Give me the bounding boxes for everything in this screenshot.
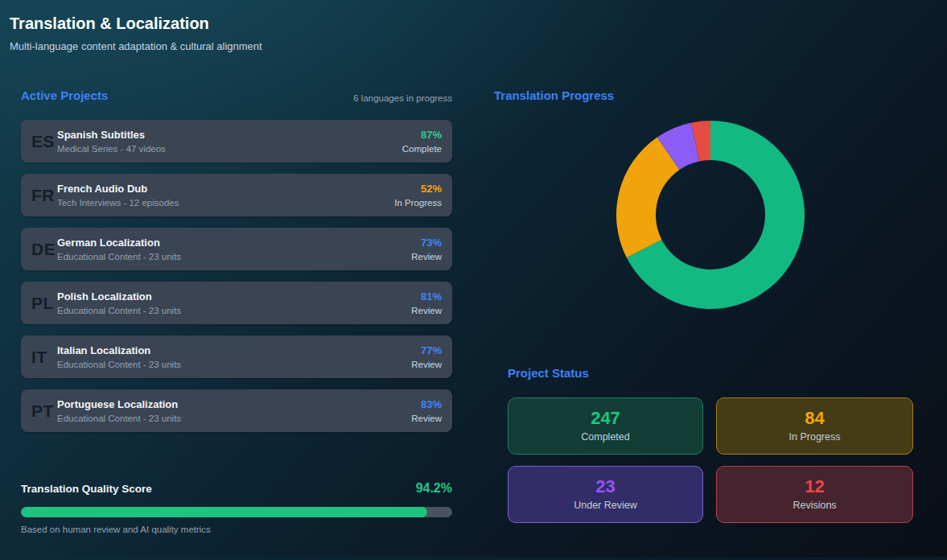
quality-score-note: Based on human review and AI quality met… [21, 525, 452, 534]
project-percent: 81% [411, 290, 442, 303]
status-card[interactable]: 247 Completed [508, 397, 703, 455]
quality-progress-bar [21, 507, 452, 517]
project-card[interactable]: PT Portuguese Localization Educational C… [21, 389, 452, 432]
project-card-main: Portuguese Localization Educational Cont… [57, 398, 181, 423]
project-percent: 83% [411, 398, 442, 410]
active-projects-section: Active Projects 6 languages in progress … [21, 89, 452, 443]
project-title: Polish Localization [57, 290, 181, 303]
status-card-label: Revisions [793, 500, 836, 511]
language-code-badge: IT [31, 348, 56, 367]
project-status-label: Review [411, 306, 442, 315]
project-card-main: German Localization Educational Content … [57, 237, 181, 261]
project-card[interactable]: DE German Localization Educational Conte… [21, 228, 452, 270]
project-title: German Localization [57, 237, 181, 249]
quality-progress-fill [21, 507, 427, 517]
project-subtitle: Educational Content - 23 units [57, 414, 181, 423]
project-card-right: 87% Complete [402, 129, 442, 154]
language-code-badge: FR [31, 186, 56, 205]
quality-score-section: Translation Quality Score 94.2% Based on… [21, 481, 452, 534]
project-card[interactable]: PL Polish Localization Educational Conte… [21, 282, 452, 324]
page-title: Translation & Localization [10, 13, 262, 34]
project-card[interactable]: IT Italian Localization Educational Cont… [21, 336, 452, 378]
status-card-value: 84 [805, 410, 824, 427]
project-status-label: Review [411, 252, 442, 261]
status-card-label: In Progress [789, 431, 841, 443]
status-card-label: Under Review [574, 500, 637, 511]
projects-list: ES Spanish Subtitles Medical Series - 47… [21, 120, 452, 432]
project-card-right: 73% Review [411, 237, 442, 261]
project-percent: 73% [411, 237, 442, 249]
project-card-right: 52% In Progress [394, 183, 442, 208]
project-status-label: Review [411, 414, 442, 423]
project-card-right: 81% Review [411, 290, 442, 315]
language-code-badge: DE [31, 240, 56, 259]
project-card-main: Polish Localization Educational Content … [57, 290, 181, 315]
page-subtitle: Multi-language content adaptation & cult… [10, 40, 262, 52]
project-card-main: Spanish Subtitles Medical Series - 47 vi… [57, 129, 166, 154]
status-cards-grid: 247 Completed 84 In Progress 23 Under Re… [508, 397, 913, 523]
language-code-badge: PL [31, 294, 56, 313]
project-subtitle: Educational Content - 23 units [57, 360, 181, 369]
project-card-right: 83% Review [411, 398, 442, 423]
quality-score-header: Translation Quality Score 94.2% [21, 481, 452, 496]
project-card[interactable]: FR French Audio Dub Tech Interviews - 12… [21, 174, 452, 216]
status-card[interactable]: 12 Revisions [716, 466, 913, 523]
project-title: French Audio Dub [57, 183, 179, 195]
project-status-section: Project Status 247 Completed 84 In Progr… [508, 366, 913, 523]
project-card-right: 77% Review [411, 344, 442, 369]
project-subtitle: Medical Series - 47 videos [57, 144, 166, 154]
project-status-label: Complete [402, 144, 442, 154]
project-card-main: French Audio Dub Tech Interviews - 12 ep… [57, 183, 179, 208]
project-status-label: Review [411, 360, 442, 369]
project-title: Spanish Subtitles [57, 129, 166, 141]
active-projects-header: Active Projects 6 languages in progress [21, 89, 452, 103]
status-card-value: 12 [805, 478, 824, 496]
project-subtitle: Educational Content - 23 units [57, 306, 181, 315]
quality-score-value: 94.2% [416, 481, 452, 496]
project-percent: 77% [411, 344, 442, 356]
language-code-badge: PT [31, 401, 56, 421]
project-status-label: In Progress [394, 198, 442, 208]
project-title: Italian Localization [57, 344, 181, 356]
translation-progress-section: Translation Progress [494, 89, 914, 103]
language-code-badge: ES [31, 132, 56, 151]
page-header: Translation & Localization Multi-languag… [10, 13, 262, 52]
status-card[interactable]: 84 In Progress [716, 397, 913, 455]
active-projects-heading: Active Projects [21, 89, 108, 103]
status-card[interactable]: 23 Under Review [508, 466, 703, 523]
project-card[interactable]: ES Spanish Subtitles Medical Series - 47… [21, 120, 452, 163]
project-subtitle: Educational Content - 23 units [57, 252, 181, 261]
quality-score-label: Translation Quality Score [21, 483, 152, 495]
project-title: Portuguese Localization [57, 398, 181, 410]
status-card-label: Completed [581, 431, 629, 443]
status-card-value: 247 [591, 410, 620, 427]
donut-chart[interactable] [614, 118, 807, 311]
project-card-main: Italian Localization Educational Content… [57, 344, 181, 369]
translation-dashboard: Translation & Localization Multi-languag… [0, 0, 947, 560]
status-card-value: 23 [595, 478, 615, 496]
languages-in-progress-count: 6 languages in progress [353, 93, 452, 103]
translation-progress-heading: Translation Progress [494, 89, 914, 103]
project-subtitle: Tech Interviews - 12 episodes [57, 198, 179, 208]
project-percent: 52% [394, 183, 442, 195]
project-percent: 87% [402, 129, 442, 141]
project-status-heading: Project Status [508, 366, 913, 381]
